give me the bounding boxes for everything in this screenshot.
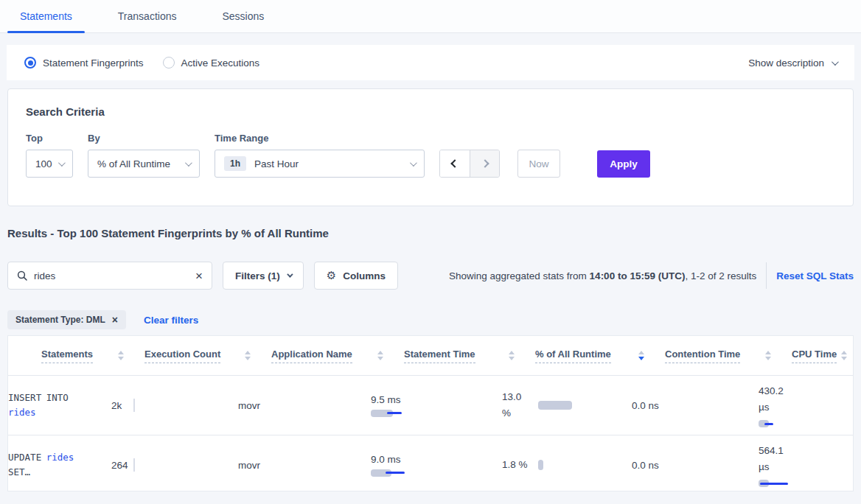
radio-selected-icon — [24, 57, 36, 69]
sort-icon — [638, 351, 644, 360]
clear-filters-link[interactable]: Clear filters — [144, 315, 198, 326]
filter-pill-statement-type[interactable]: Statement Type: DML × — [7, 310, 126, 329]
filters-button[interactable]: Filters (1) — [223, 262, 304, 290]
radio-label: Active Executions — [181, 57, 260, 69]
chevron-down-icon — [58, 159, 66, 167]
tab-transactions[interactable]: Transactions — [118, 0, 177, 32]
value-bar — [759, 480, 803, 487]
statement-time-cell: 9.5 ms — [371, 394, 502, 417]
radio-label: Statement Fingerprints — [43, 57, 144, 69]
filters-button-label: Filters (1) — [235, 270, 280, 281]
view-toggle-bar: Statement Fingerprints Active Executions… — [7, 45, 854, 80]
results-heading: Results - Top 100 Statement Fingerprints… — [7, 227, 861, 239]
aggregated-stats-text: Showing aggregated stats from 14:00 to 1… — [398, 270, 756, 281]
radio-statement-fingerprints[interactable]: Statement Fingerprints — [24, 57, 144, 69]
column-header-label: Statements — [41, 349, 93, 363]
value-bar — [759, 420, 803, 427]
remove-filter-icon[interactable]: × — [112, 315, 118, 325]
runtime-percent-value: 13.0 % — [502, 389, 531, 421]
search-box[interactable]: × — [7, 262, 212, 290]
column-header-label: Application Name — [271, 349, 352, 363]
column-header-contention-time[interactable]: Contention Time — [665, 349, 792, 363]
sort-icon — [377, 351, 383, 360]
radio-active-executions[interactable]: Active Executions — [163, 57, 260, 69]
filter-pills-row: Statement Type: DML × Clear filters — [7, 310, 861, 329]
statement-time-cell: 9.0 ms — [371, 454, 502, 477]
execution-count-bar — [133, 458, 135, 472]
cpu-time-cell: 430.2 µs — [759, 383, 853, 427]
contention-time-cell: 0.0 ns — [632, 460, 759, 471]
top-select[interactable]: 100 — [26, 150, 73, 178]
sort-icon — [118, 351, 124, 360]
table-body: INSERT INTO rides2kmovr9.5 ms13.0 %0.0 n… — [8, 376, 853, 491]
column-header-statement-time[interactable]: Statement Time — [404, 349, 535, 363]
cpu-time-value: 564.1 µs — [759, 443, 794, 475]
search-criteria-title: Search Criteria — [26, 105, 835, 118]
statement-link[interactable]: rides — [8, 407, 36, 418]
runtime-percent-value: 1.8 % — [502, 457, 531, 473]
sort-icon — [765, 351, 771, 360]
previous-time-button[interactable] — [440, 150, 470, 177]
time-range-badge: 1h — [224, 156, 246, 171]
top-select-value: 100 — [35, 158, 52, 169]
column-header-cpu-time[interactable]: CPU Time — [792, 349, 853, 363]
column-header-label: Execution Count — [144, 349, 220, 363]
cpu-time-value: 430.2 µs — [759, 383, 794, 416]
column-header-application-name[interactable]: Application Name — [271, 349, 404, 363]
runtime-percent-cell: 1.8 % — [502, 457, 632, 473]
contention-time-cell: 0.0 ns — [632, 400, 759, 411]
sort-icon — [245, 351, 251, 360]
show-description-toggle[interactable]: Show description — [748, 57, 837, 69]
clear-search-icon[interactable]: × — [195, 270, 203, 282]
statement-link[interactable]: rides — [46, 452, 74, 463]
time-range-arrows — [439, 150, 500, 178]
sort-icon — [509, 351, 515, 360]
time-range-select[interactable]: 1h Past Hour — [215, 150, 425, 178]
stats-time-range: 14:00 to 15:59 (UTC) — [590, 270, 686, 281]
time-range-label: Time Range — [215, 133, 425, 144]
statement-keyword: INSERT INTO — [8, 392, 69, 403]
search-criteria-card: Search Criteria Top 100 By % of All Runt… — [7, 88, 854, 206]
search-icon — [17, 270, 27, 281]
statement-cell: UPDATE rides SET… — [8, 450, 98, 480]
tab-statements[interactable]: Statements — [20, 0, 72, 32]
execution-count-value: 264 — [111, 460, 133, 471]
chevron-down-icon — [185, 159, 192, 167]
chevron-down-icon — [832, 58, 839, 66]
statement-keyword: SET… — [8, 466, 30, 477]
search-input[interactable] — [34, 270, 189, 281]
column-header-label: % of All Runtime — [535, 349, 611, 363]
filter-pill-label: Statement Type: DML — [15, 315, 105, 325]
column-header-execution-count[interactable]: Execution Count — [144, 349, 271, 363]
radio-unselected-icon — [163, 57, 175, 69]
reset-sql-stats-link[interactable]: Reset SQL Stats — [776, 270, 854, 281]
column-header-label: Contention Time — [665, 349, 740, 363]
time-range-field: Time Range 1h Past Hour — [215, 133, 425, 178]
next-time-button[interactable] — [470, 150, 499, 177]
by-field: By % of All Runtime — [88, 133, 200, 178]
chevron-right-icon — [481, 159, 489, 167]
apply-button[interactable]: Apply — [597, 150, 650, 178]
value-bar — [371, 410, 415, 417]
show-description-label: Show description — [748, 57, 824, 69]
execution-count-cell: 264 — [111, 458, 238, 472]
statement-keyword: UPDATE — [8, 452, 46, 463]
column-header-label: CPU Time — [792, 349, 837, 363]
column-header-statements[interactable]: Statements — [41, 349, 144, 363]
table-row: INSERT INTO rides2kmovr9.5 ms13.0 %0.0 n… — [8, 376, 853, 435]
table-header-row: StatementsExecution CountApplication Nam… — [8, 336, 853, 376]
by-label: By — [88, 133, 200, 144]
chevron-down-icon — [410, 159, 417, 167]
now-button[interactable]: Now — [517, 150, 560, 178]
tab-sessions[interactable]: Sessions — [222, 0, 264, 32]
chevron-down-icon — [287, 271, 293, 277]
time-range-value: Past Hour — [254, 158, 299, 169]
column-header--of-all-runtime[interactable]: % of All Runtime — [535, 349, 665, 363]
cpu-time-cell: 564.1 µs — [759, 443, 853, 487]
sort-icon — [841, 351, 847, 360]
statements-table: StatementsExecution CountApplication Nam… — [7, 335, 854, 491]
divider — [766, 262, 767, 289]
columns-button[interactable]: ⚙ Columns — [314, 262, 398, 290]
by-select[interactable]: % of All Runtime — [88, 150, 200, 178]
execution-count-cell: 2k — [111, 399, 238, 412]
